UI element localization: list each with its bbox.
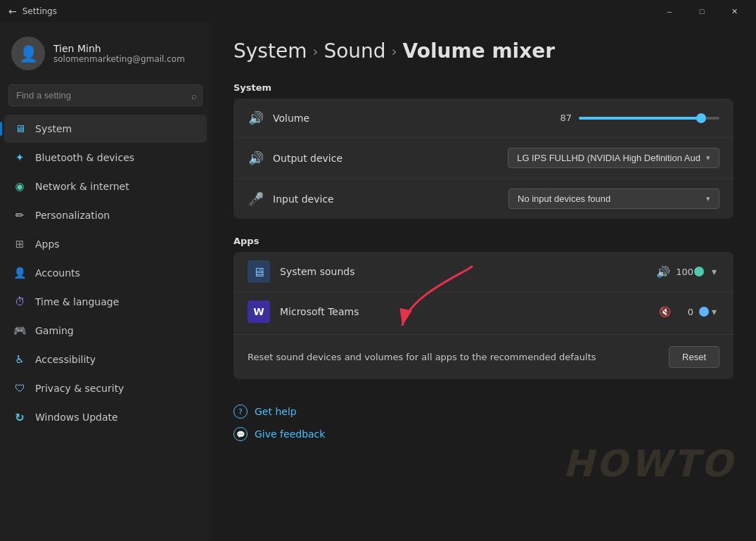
close-button[interactable]: ✕ [718,0,750,23]
profile-info: Tien Minh solomenmarketing@gmail.com [53,43,185,64]
input-label: Input device [273,193,500,205]
minimize-button[interactable]: – [653,0,686,23]
breadcrumb: System › Sound › Volume mixer [233,39,733,63]
give-feedback-icon: 💬 [233,427,248,441]
sidebar-nav: 🖥 System ✦ Bluetooth & devices ◉ Network… [0,115,211,431]
network-icon: ◉ [13,179,27,193]
output-chevron-icon: ▾ [706,153,710,163]
volume-icon: 🔊 [248,110,264,125]
microsoft-teams-vol-control: 🔇 0 [659,306,699,317]
avatar: 👤 [11,37,45,70]
footer-links: ? Get help 💬 Give feedback [233,393,733,441]
titlebar-left: ← Settings [8,6,57,17]
input-device-dropdown[interactable]: No input devices found ▾ [508,189,719,209]
sidebar-profile: 👤 Tien Minh solomenmarketing@gmail.com [0,23,211,82]
app-body: 👤 Tien Minh solomenmarketing@gmail.com ⌕… [0,23,756,541]
sidebar-item-bluetooth[interactable]: ✦ Bluetooth & devices [4,144,207,172]
give-feedback-label: Give feedback [255,428,325,440]
breadcrumb-system[interactable]: System [233,39,307,63]
sidebar-item-time[interactable]: ⏱ Time & language [4,288,207,316]
breadcrumb-sep1: › [312,43,318,60]
microsoft-teams-icon: W [248,300,270,323]
volume-row: 🔊 Volume 87 [233,98,733,138]
microsoft-teams-name: Microsoft Teams [280,306,649,317]
input-icon: 🎤 [248,191,264,206]
update-icon: ↻ [13,410,27,424]
volume-slider-fill [579,117,701,120]
titlebar-controls: – □ ✕ [653,0,750,23]
output-label: Output device [273,153,499,164]
reset-text: Reset sound devices and volumes for all … [248,352,669,362]
system-sounds-vol-value: 100 [676,267,693,277]
get-help-link[interactable]: ? Get help [233,405,733,419]
input-chevron-icon: ▾ [706,194,710,203]
microsoft-teams-expand-button[interactable]: ▾ [709,303,719,320]
search-input[interactable] [8,84,203,106]
microsoft-teams-row: W Microsoft Teams 🔇 0 ▾ [233,292,733,331]
output-device-row: 🔊 Output device LG IPS FULLHD (NVIDIA Hi… [233,138,733,179]
sidebar-item-system[interactable]: 🖥 System [4,115,207,143]
gaming-icon: 🎮 [13,324,27,338]
personalization-icon: ✏ [13,208,27,222]
app-title: Settings [23,6,57,16]
sidebar-item-label-bluetooth: Bluetooth & devices [35,152,134,163]
sidebar-item-label-gaming: Gaming [35,325,74,336]
sidebar-item-gaming[interactable]: 🎮 Gaming [4,317,207,345]
back-icon[interactable]: ← [8,6,17,17]
sidebar: 👤 Tien Minh solomenmarketing@gmail.com ⌕… [0,23,211,541]
system-sounds-icon: 🖥 [248,260,270,283]
maximize-button[interactable]: □ [686,0,718,23]
volume-control: 87 [428,113,719,123]
sidebar-item-network[interactable]: ◉ Network & internet [4,172,207,201]
breadcrumb-sound[interactable]: Sound [323,39,385,63]
sidebar-item-personalization[interactable]: ✏ Personalization [4,201,207,229]
sidebar-item-label-system: System [35,123,72,134]
output-icon: 🔊 [248,151,264,165]
input-device-row: 🎤 Input device No input devices found ▾ [233,179,733,219]
profile-email: solomenmarketing@gmail.com [53,54,185,64]
sidebar-item-update[interactable]: ↻ Windows Update [4,403,207,431]
sidebar-item-label-accessibility: Accessibility [35,354,96,365]
breadcrumb-sep2: › [392,43,397,60]
volume-slider-thumb [696,113,706,123]
output-device-value: LG IPS FULLHD (NVIDIA High Definition Au… [517,153,700,163]
sidebar-item-accounts[interactable]: 👤 Accounts [4,259,207,287]
apps-card: 🖥 System sounds 🔊 100 ▾ W Microsoft Team… [233,252,733,379]
sidebar-item-label-accounts: Accounts [35,267,80,279]
output-device-dropdown[interactable]: LG IPS FULLHD (NVIDIA High Definition Au… [508,148,719,168]
system-sounds-vol-control: 🔊 100 [656,265,699,279]
get-help-icon: ? [233,405,248,419]
apps-section-label: Apps [233,236,733,246]
system-section-label: System [233,82,733,93]
system-card: 🔊 Volume 87 🔊 Output device LG IPS FULLH… [233,98,733,219]
microsoft-teams-vol-value: 0 [677,307,693,317]
sidebar-item-label-privacy: Privacy & security [35,383,124,394]
reset-button[interactable]: Reset [669,346,719,368]
sidebar-item-label-time: Time & language [35,296,119,307]
system-sounds-name: System sounds [280,266,646,277]
system-sounds-expand-button[interactable]: ▾ [709,263,719,280]
apps-icon: ⊞ [13,237,27,251]
accounts-icon: 👤 [13,266,27,280]
breadcrumb-volume-mixer: Volume mixer [403,39,555,63]
microsoft-teams-mute-icon: 🔇 [659,306,671,317]
content-area: System › Sound › Volume mixer System 🔊 V… [211,23,756,541]
reset-row: Reset sound devices and volumes for all … [233,334,733,379]
accessibility-icon: ♿ [13,352,27,367]
sidebar-item-accessibility[interactable]: ♿ Accessibility [4,345,207,374]
get-help-label: Get help [255,406,297,417]
sidebar-item-privacy[interactable]: 🛡 Privacy & security [4,374,207,402]
search-icon: ⌕ [191,90,197,101]
give-feedback-link[interactable]: 💬 Give feedback [233,427,733,441]
search-box: ⌕ [8,84,203,106]
bluetooth-icon: ✦ [13,151,27,165]
time-icon: ⏱ [13,295,27,309]
profile-name: Tien Minh [53,43,185,54]
sidebar-item-apps[interactable]: ⊞ Apps [4,230,207,258]
system-sounds-row: 🖥 System sounds 🔊 100 ▾ [233,252,733,292]
volume-slider[interactable] [579,117,719,120]
watermark: HOWTO [563,443,735,485]
volume-value: 87 [555,113,572,123]
sidebar-item-label-apps: Apps [35,238,60,250]
system-sounds-mute-icon: 🔊 [656,265,670,279]
